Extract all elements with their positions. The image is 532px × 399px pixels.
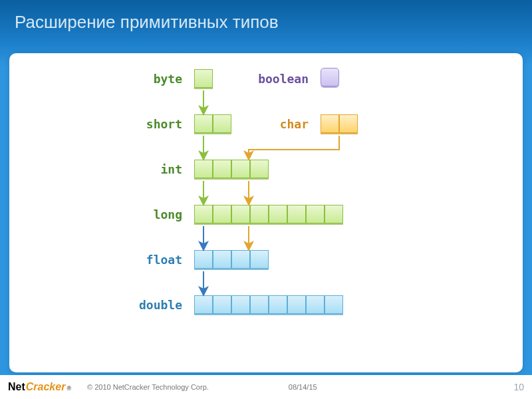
label-int: int <box>109 162 182 176</box>
logo-registered: ® <box>66 385 71 392</box>
slide: Расширение примитивных типов byte boolea… <box>0 0 532 399</box>
label-boolean: boolean <box>229 72 309 86</box>
content-panel: byte boolean short char int long float d… <box>9 53 523 372</box>
label-double: double <box>109 298 182 312</box>
logo-cracker: Cracker <box>26 381 66 393</box>
blocks-boolean <box>321 68 339 86</box>
blocks-short <box>194 114 231 133</box>
blocks-long <box>194 205 343 223</box>
blocks-float <box>194 250 269 269</box>
footer: NetCracker® © 2010 NetCracker Technology… <box>0 375 532 399</box>
copyright: © 2010 NetCracker Technology Corp. <box>87 383 209 391</box>
label-char: char <box>255 117 309 131</box>
label-byte: byte <box>109 72 182 86</box>
label-long: long <box>109 207 182 221</box>
page-number: 10 <box>513 382 524 392</box>
blocks-char <box>321 114 358 133</box>
slide-title: Расширение примитивных типов <box>0 0 532 39</box>
blocks-byte <box>194 69 213 88</box>
blocks-double <box>194 295 343 314</box>
label-float: float <box>109 253 182 267</box>
type-widening-diagram: byte boolean short char int long float d… <box>9 53 523 372</box>
logo: NetCracker® <box>8 381 71 393</box>
footer-date: 08/14/15 <box>289 383 317 391</box>
logo-net: Net <box>8 381 25 393</box>
label-short: short <box>109 117 182 131</box>
blocks-int <box>194 160 269 178</box>
